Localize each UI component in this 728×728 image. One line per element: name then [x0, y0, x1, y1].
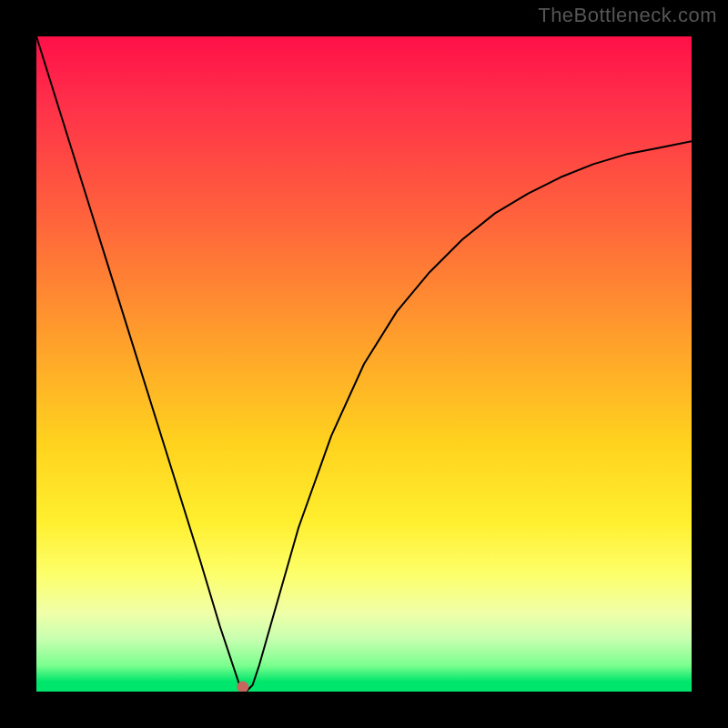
plot-area — [36, 36, 692, 692]
chart-container: TheBottleneck.com — [0, 0, 728, 728]
curve-layer — [36, 36, 692, 692]
watermark-label: TheBottleneck.com — [538, 4, 717, 27]
curve-path — [36, 36, 692, 692]
